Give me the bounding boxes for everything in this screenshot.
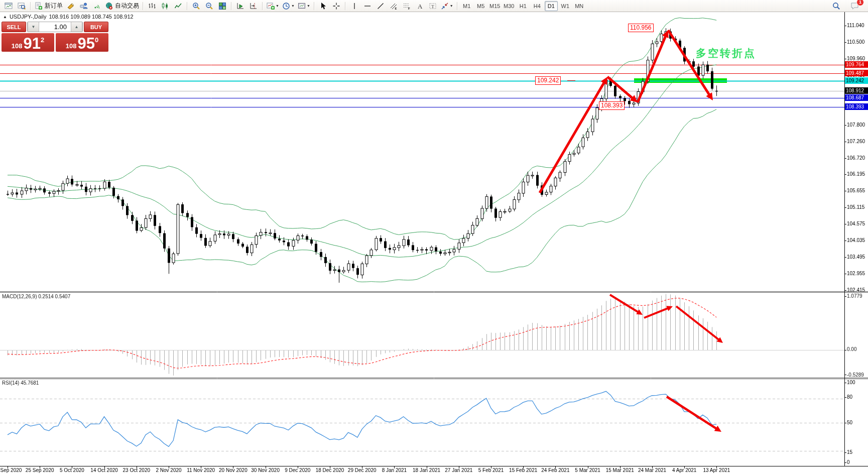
vline-button[interactable] [348, 1, 361, 12]
chevron-down-icon[interactable]: ▼ [291, 4, 295, 8]
toolbar-group [317, 1, 343, 12]
signal-button[interactable] [90, 1, 103, 12]
indicators-button[interactable]: ▼ [265, 1, 281, 12]
line-chart-icon [174, 2, 182, 10]
shapes-button[interactable]: ▼ [439, 1, 455, 12]
sell-price-button[interactable]: 108 91 2 [2, 33, 54, 52]
chevron-down-icon[interactable]: ▼ [307, 4, 310, 8]
text-label-button[interactable]: T [426, 1, 439, 12]
template-button[interactable]: ▼ [296, 1, 312, 12]
clock-button[interactable]: ▼ [281, 1, 296, 12]
ohlc-values: 108.916 109.089 108.745 108.912 [49, 14, 133, 20]
chart-shift-button[interactable] [247, 1, 260, 12]
notification-badge: 1 [856, 0, 864, 6]
volume-input[interactable]: 1.00 [39, 22, 71, 32]
candles-button[interactable] [159, 1, 172, 12]
timeframe-mn-button[interactable]: MN [573, 1, 586, 11]
svg-text:E: E [395, 7, 397, 10]
volume-up-button[interactable]: ▲ [71, 22, 82, 32]
turning-point-text[interactable]: 多空转折点 [696, 46, 756, 60]
chart-window-button[interactable] [2, 1, 15, 12]
svg-text:F: F [408, 7, 410, 10]
toolbar-separator [231, 2, 232, 10]
trendline-button[interactable] [374, 1, 387, 12]
signal-icon [93, 2, 101, 10]
annotations-layer: 110.956 109.242 108.393 多空转折点 [0, 0, 868, 475]
new-order-label: 新订单 [45, 2, 63, 10]
svg-text:A: A [418, 2, 423, 10]
text-label-icon: T [429, 2, 437, 10]
auto-scroll-button[interactable] [234, 1, 247, 12]
bar-chart-icon [148, 2, 156, 10]
fibo-icon: F [403, 2, 411, 10]
buy-price-figure: 108 [66, 42, 77, 50]
support-price-label[interactable]: 108.393 [599, 101, 625, 110]
timeframe-h4-button[interactable]: H4 [531, 1, 544, 11]
tile-icon [218, 2, 226, 10]
expert-button[interactable] [77, 1, 90, 12]
timeframe-h1-button[interactable]: H1 [517, 1, 530, 11]
buy-button[interactable]: BUY [84, 22, 108, 32]
sell-price-pips: 91 [23, 37, 40, 51]
auto-scroll-icon [236, 2, 244, 10]
sell-price-point: 2 [41, 36, 44, 44]
toolbar-group: EFAT▼ [348, 1, 455, 12]
channel-button[interactable]: E [387, 1, 400, 12]
chart-shift-icon [250, 2, 258, 10]
new-order-button[interactable]: 新订单 [33, 1, 64, 12]
timeframe-group: M1M5M15M30H1H4D1W1MN [460, 1, 586, 11]
toolbar-group: 新订单自动交易 [33, 1, 141, 12]
globe-label: 自动交易 [115, 2, 139, 10]
timeframe-m1-button[interactable]: M1 [460, 1, 473, 11]
toolbar-separator [262, 2, 263, 10]
hline-icon [363, 2, 371, 10]
volume-down-button[interactable]: ▼ [28, 22, 39, 32]
globe-icon [105, 2, 113, 10]
line-chart-button[interactable] [172, 1, 185, 12]
chart-window-icon [5, 2, 13, 10]
notifications-button[interactable]: 1 [848, 1, 861, 12]
symbol-marker-icon: ▲ [3, 15, 7, 19]
tick-chart-button[interactable] [15, 1, 28, 12]
resistance-price-label[interactable]: 109.242 [535, 76, 561, 85]
timeframe-m15-button[interactable]: M15 [488, 1, 502, 11]
toolbar-separator [345, 2, 346, 10]
timeframe-d1-button[interactable]: D1 [545, 1, 558, 11]
volume-stepper: ▼ 1.00 ▲ [27, 22, 83, 32]
svg-text:T: T [431, 4, 434, 9]
toolbar-group [190, 1, 229, 12]
candles-icon [161, 2, 169, 10]
chevron-down-icon[interactable]: ▼ [276, 4, 279, 8]
crosshair-button[interactable] [330, 1, 343, 12]
globe-button[interactable]: 自动交易 [103, 1, 141, 12]
cursor-icon [319, 2, 327, 10]
text-a-icon: A [416, 2, 424, 10]
toolbar-group [234, 1, 260, 12]
timeframe-m30-button[interactable]: M30 [503, 1, 516, 11]
zoom-in-button[interactable] [190, 1, 203, 12]
toolbar-group [2, 1, 28, 12]
timeframe-w1-button[interactable]: W1 [559, 1, 572, 11]
mt4-window: 新订单自动交易▼▼▼EFAT▼M1M5M15M30H1H4D1W1MN1 ▲ U… [0, 0, 868, 475]
horn-button[interactable] [64, 1, 77, 12]
sell-price-figure: 108 [12, 42, 23, 50]
buy-price-pips: 95 [77, 37, 94, 51]
peak-price-label[interactable]: 110.956 [628, 24, 654, 32]
text-a-button[interactable]: A [413, 1, 426, 12]
chevron-down-icon[interactable]: ▼ [450, 4, 453, 8]
bar-chart-button[interactable] [146, 1, 159, 12]
fibo-button[interactable]: F [400, 1, 413, 12]
search-button[interactable] [830, 1, 843, 12]
trendline-icon [377, 2, 385, 10]
timeframe-m5-button[interactable]: M5 [474, 1, 487, 11]
hline-button[interactable] [361, 1, 374, 12]
toolbar-separator [314, 2, 315, 10]
shapes-icon [441, 2, 449, 10]
sell-button[interactable]: SELL [2, 22, 26, 32]
toolbar-group: ▼▼▼ [265, 1, 312, 12]
zoom-out-button[interactable] [203, 1, 216, 12]
tile-button[interactable] [216, 1, 229, 12]
buy-price-button[interactable]: 108 95 0 [56, 33, 108, 52]
vline-icon [350, 2, 358, 10]
cursor-button[interactable] [317, 1, 330, 12]
